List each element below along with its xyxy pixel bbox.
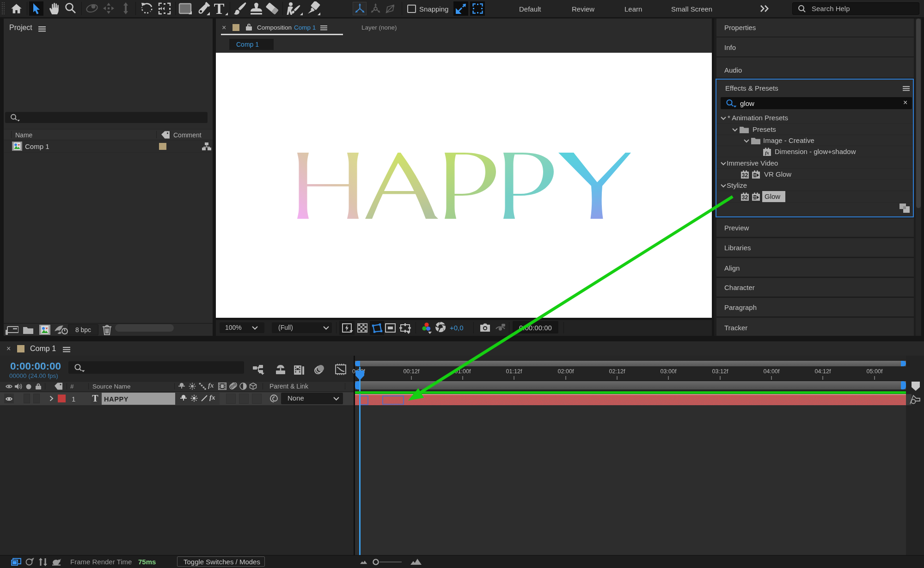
svg-text:32: 32 (742, 194, 748, 201)
svg-text:fx: fx (765, 150, 770, 155)
svg-text:32: 32 (742, 172, 748, 179)
